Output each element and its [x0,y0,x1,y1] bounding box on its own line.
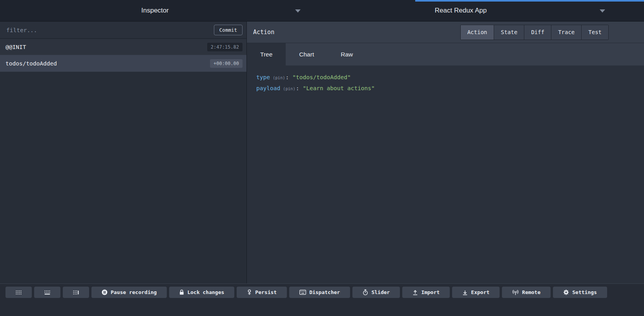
action-tree-view: type (pin) : "todos/todoAdded" payload (… [247,65,644,283]
stopwatch-icon [363,289,368,295]
active-instance-indicator [415,0,644,2]
chevron-down-icon [295,9,301,13]
action-list-panel: Commit @@INIT 2:47:15.82 todos/todoAdded… [0,22,247,283]
tree-colon: : [286,74,289,80]
instance-selector[interactable]: React Redux App [310,0,611,21]
tab-test[interactable]: Test [581,25,608,40]
tab-tree[interactable]: Tree [247,43,286,65]
action-name: @@INIT [5,44,26,50]
tab-diff[interactable]: Diff [524,25,551,40]
monitor-selector-label: Inspector [141,7,169,15]
tab-raw[interactable]: Raw [327,43,366,65]
pause-icon [102,289,108,295]
action-filter-bar: Commit [0,22,246,39]
action-time-badge: 2:47:15.82 [207,43,243,51]
button-label: Settings [572,289,597,295]
tab-trace[interactable]: Trace [551,25,581,40]
lock-icon [179,289,184,295]
dock-left-icon [15,290,22,295]
dispatcher-button[interactable]: Dispatcher [289,287,350,298]
export-button[interactable]: Export [452,287,500,298]
instance-selector-label: React Redux App [435,7,487,15]
monitor-tabs: Action State Diff Trace Test [460,25,609,40]
slider-button[interactable]: Slider [352,287,400,298]
keyboard-icon [299,290,306,295]
tab-state[interactable]: State [494,25,524,40]
action-row-todo-added[interactable]: todos/todoAdded +00:00.00 [0,55,246,72]
button-label: Lock changes [187,289,224,295]
settings-button[interactable]: Settings [553,287,607,298]
view-tabs: Tree Chart Raw [247,43,644,65]
tree-row-payload: payload (pin) : "Learn about actions" [256,85,636,91]
button-label: Dispatcher [309,289,340,295]
action-name: todos/todoAdded [5,60,57,67]
remote-button[interactable]: Remote [502,287,551,298]
pause-recording-button[interactable]: Pause recording [91,287,167,298]
tree-colon: : [296,85,299,91]
top-header: Inspector React Redux App [0,0,644,22]
inspector-detail-panel: Action Action State Diff Trace Test Tree… [247,22,644,283]
upload-icon [412,290,418,295]
commit-button[interactable]: Commit [214,25,243,35]
header-spacer [611,0,644,21]
tab-action[interactable]: Action [461,25,494,40]
tab-chart[interactable]: Chart [286,43,327,65]
button-label: Remote [522,289,540,295]
persist-button[interactable]: Persist [237,287,287,298]
antenna-icon [512,290,519,295]
download-icon [462,290,468,295]
button-label: Pause recording [111,289,157,295]
import-button[interactable]: Import [402,287,450,298]
button-label: Import [421,289,440,295]
bottom-toolbar: Pause recording Lock changes Persist [0,283,644,316]
right-panel-header: Action Action State Diff Trace Test [247,22,644,43]
dock-right-button[interactable] [63,287,89,298]
dock-bottom-button[interactable] [34,287,60,298]
tree-key: payload [256,85,280,91]
dock-left-button[interactable] [5,287,32,298]
pin-link[interactable]: (pin) [273,75,285,80]
pin-link[interactable]: (pin) [283,86,296,91]
tree-value: "Learn about actions" [303,85,374,91]
chevron-down-icon [600,9,605,13]
gear-icon [563,289,569,295]
dock-bottom-icon [44,290,51,295]
monitor-selector[interactable]: Inspector [0,0,310,21]
action-list: @@INIT 2:47:15.82 todos/todoAdded +00:00… [0,39,246,283]
button-label: Persist [255,289,277,295]
pin-icon [247,289,252,295]
action-row-init[interactable]: @@INIT 2:47:15.82 [0,39,246,55]
redux-devtools-window: Inspector React Redux App Commit @@INIT … [0,0,644,316]
filter-input[interactable] [5,27,210,34]
button-label: Slider [371,289,390,295]
panel-title: Action [253,29,274,36]
tree-key: type [256,74,270,80]
button-label: Export [471,289,489,295]
action-time-badge: +00:00.00 [210,59,243,68]
tree-value: "todos/todoAdded" [292,74,350,80]
lock-changes-button[interactable]: Lock changes [169,287,234,298]
tree-row-type: type (pin) : "todos/todoAdded" [256,74,636,80]
main-area: Commit @@INIT 2:47:15.82 todos/todoAdded… [0,22,644,283]
dock-right-icon [73,290,79,295]
